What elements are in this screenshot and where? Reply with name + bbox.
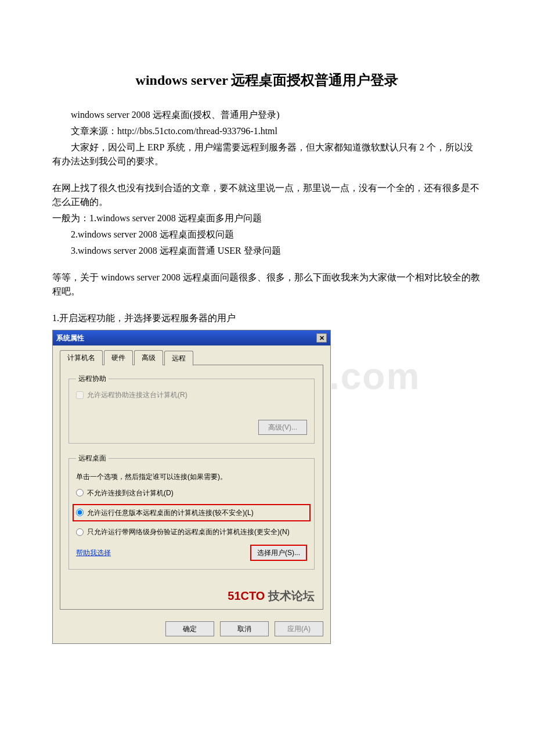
list-item-3: 3.windows server 2008 远程桌面普通 USER 登录问题	[52, 244, 482, 258]
cancel-button[interactable]: 取消	[220, 621, 269, 636]
article-p4: 等等，关于 windows server 2008 远程桌面问题很多、很多，那么…	[52, 271, 482, 298]
radio-no-connections-input[interactable]	[76, 489, 84, 496]
radio-nla-only-input[interactable]	[76, 528, 84, 536]
article-p1: 大家好，因公司上 ERP 系统，用户端需要远程到服务器，但大家都知道微软默认只有…	[52, 141, 482, 168]
system-properties-dialog: 系统属性 ✕ 计算机名 硬件 高级 远程 远程协助 允许远程协助连接这台计算机(…	[52, 330, 331, 644]
help-me-choose-link[interactable]: 帮助我选择	[76, 548, 111, 558]
radio-allow-any-version-input[interactable]	[76, 509, 84, 516]
tab-advanced[interactable]: 高级	[134, 350, 163, 365]
radio-allow-any-version-label: 允许运行任意版本远程桌面的计算机连接(较不安全)(L)	[87, 507, 254, 518]
radio-nla-only[interactable]: 只允许运行带网络级身份验证的远程桌面的计算机连接(更安全)(N)	[76, 527, 307, 537]
article-p2: 在网上找了很久也没有找到合适的文章，要不就这里说一点，那里说一点，没有一个全的，…	[52, 181, 482, 209]
apply-button[interactable]: 应用(A)	[275, 621, 323, 636]
article-list-prefix: 一般为：1.windows server 2008 远程桌面多用户问题	[52, 211, 482, 225]
list-prefix-text: 一般为：	[52, 213, 89, 223]
branding-watermark: 51CTO 技术论坛	[68, 587, 315, 604]
allow-remote-assistance-checkbox[interactable]	[76, 391, 84, 399]
tab-hardware[interactable]: 硬件	[104, 350, 133, 365]
close-icon[interactable]: ✕	[316, 333, 327, 343]
tab-computer-name[interactable]: 计算机名	[60, 350, 103, 365]
advanced-button[interactable]: 高级(V)...	[258, 420, 307, 435]
group-remote-desktop: 远程桌面 单击一个选项，然后指定谁可以连接(如果需要)。 不允许连接到这台计算机…	[68, 453, 315, 570]
allow-remote-assistance-label: 允许远程协助连接这台计算机(R)	[87, 390, 187, 400]
dialog-titlebar: 系统属性 ✕	[53, 330, 330, 345]
group-remote-assistance: 远程协助 允许远程协助连接这台计算机(R) 高级(V)...	[68, 373, 315, 444]
tab-remote[interactable]: 远程	[164, 351, 193, 366]
step-1-heading: 1.开启远程功能，并选择要远程服务器的用户	[52, 311, 482, 325]
branding-right: 技术论坛	[268, 589, 315, 602]
tab-page-remote: 远程协助 允许远程协助连接这台计算机(R) 高级(V)... 远程桌面 单击一个…	[60, 365, 323, 610]
dialog-footer: 确定 取消 应用(A)	[53, 615, 330, 643]
article-title: windows server 远程桌面授权普通用户登录	[52, 70, 482, 91]
article-subtitle: windows server 2008 远程桌面(授权、普通用户登录)	[52, 108, 482, 122]
radio-no-connections-label: 不允许连接到这台计算机(D)	[87, 488, 174, 498]
allow-remote-assistance-row[interactable]: 允许远程协助连接这台计算机(R)	[76, 390, 307, 400]
remote-desktop-instruction: 单击一个选项，然后指定谁可以连接(如果需要)。	[76, 471, 307, 482]
group-remote-desktop-legend: 远程桌面	[76, 453, 109, 463]
ok-button[interactable]: 确定	[165, 621, 214, 636]
list-item-1: 1.windows server 2008 远程桌面多用户问题	[89, 213, 262, 223]
group-remote-assistance-legend: 远程协助	[76, 373, 109, 384]
radio-allow-any-version[interactable]: 允许运行任意版本远程桌面的计算机连接(较不安全)(L)	[73, 504, 311, 521]
article-source: 文章来源：http://bbs.51cto.com/thread-933796-…	[52, 124, 482, 138]
radio-no-connections[interactable]: 不允许连接到这台计算机(D)	[76, 488, 307, 498]
branding-left: 51CTO	[228, 589, 265, 602]
tab-strip: 计算机名 硬件 高级 远程	[60, 350, 323, 365]
list-item-2: 2.windows server 2008 远程桌面授权问题	[52, 228, 482, 242]
select-users-button[interactable]: 选择用户(S)...	[250, 545, 307, 561]
dialog-title-text: 系统属性	[56, 333, 84, 343]
radio-nla-only-label: 只允许运行带网络级身份验证的远程桌面的计算机连接(更安全)(N)	[87, 527, 290, 537]
